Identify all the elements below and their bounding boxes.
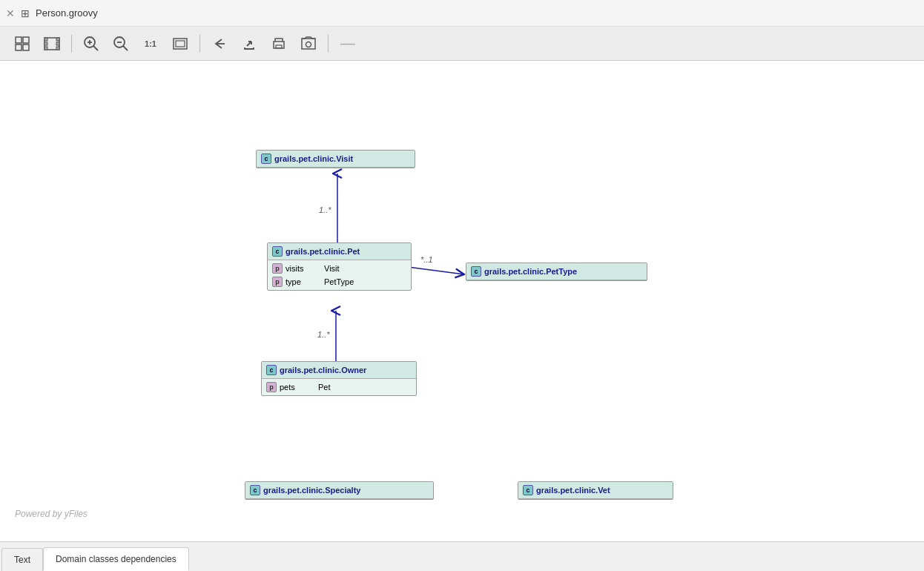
- fit-window-button[interactable]: [167, 32, 194, 56]
- prop-badge-visits: p: [272, 263, 283, 274]
- node-pet[interactable]: c grails.pet.clinic.Pet p visits Visit p…: [267, 242, 412, 291]
- node-specialty-header: c grails.pet.clinic.Specialty: [245, 482, 433, 499]
- back-button[interactable]: [206, 32, 233, 56]
- node-owner-header: c grails.pet.clinic.Owner: [262, 362, 416, 379]
- title-bar: ✕ ⊞ Person.groovy: [0, 0, 924, 27]
- node-pettype-label: grails.pet.clinic.PetType: [484, 267, 577, 276]
- class-badge-visit: c: [261, 154, 271, 164]
- node-visit-header: c grails.pet.clinic.Visit: [257, 151, 415, 168]
- node-visit[interactable]: c grails.pet.clinic.Visit: [256, 150, 415, 168]
- prop-pets-name: pets: [280, 383, 309, 392]
- svg-text:1..*: 1..*: [319, 205, 331, 214]
- bottom-tabs: Text Domain classes dependencies: [0, 541, 924, 571]
- svg-line-14: [93, 46, 98, 50]
- prop-pets-type: Pet: [318, 383, 331, 392]
- node-pet-row-visits: p visits Visit: [268, 262, 411, 275]
- prop-type-type: PetType: [324, 277, 354, 286]
- svg-rect-22: [276, 45, 282, 48]
- node-pettype-header: c grails.pet.clinic.PetType: [466, 263, 647, 280]
- separator-3: [328, 35, 329, 53]
- zoom-out-button[interactable]: [108, 32, 134, 56]
- toolbar: 1:1 —: [0, 27, 924, 61]
- svg-rect-9: [56, 42, 59, 45]
- node-vet[interactable]: c grails.pet.clinic.Vet: [518, 481, 673, 500]
- export-button[interactable]: [236, 32, 263, 56]
- node-vet-label: grails.pet.clinic.Vet: [536, 486, 610, 495]
- node-pet-label: grails.pet.clinic.Pet: [286, 247, 360, 256]
- node-owner-label: grails.pet.clinic.Owner: [280, 366, 366, 374]
- svg-line-17: [123, 46, 128, 50]
- svg-rect-2: [16, 44, 22, 50]
- diagram-svg: 1..* 1..* *..1: [0, 61, 924, 541]
- node-pet-row-type: p type PetType: [268, 275, 411, 288]
- grid-icon: ⊞: [21, 7, 30, 19]
- separator-1: [71, 35, 72, 53]
- class-badge-specialty: c: [250, 485, 260, 495]
- svg-text:*..1: *..1: [420, 255, 433, 264]
- svg-rect-8: [56, 38, 59, 41]
- screenshot-button[interactable]: [295, 32, 322, 56]
- prop-badge-type: p: [272, 277, 283, 287]
- watermark: Powered by yFiles: [15, 509, 88, 519]
- node-pet-header: c grails.pet.clinic.Pet: [268, 243, 411, 260]
- separator-2: [199, 35, 200, 53]
- svg-rect-6: [44, 42, 47, 45]
- prop-visits-type: Visit: [324, 264, 340, 273]
- node-pet-body: p visits Visit p type PetType: [268, 260, 411, 290]
- svg-rect-19: [176, 41, 185, 47]
- svg-line-29: [408, 267, 464, 274]
- close-button[interactable]: ✕: [6, 7, 15, 19]
- class-badge-pettype: c: [471, 266, 481, 277]
- node-owner-row-pets: p pets Pet: [262, 380, 416, 394]
- prop-visits-name: visits: [286, 264, 315, 273]
- fit-1to1-button[interactable]: 1:1: [137, 32, 164, 56]
- svg-rect-0: [16, 37, 22, 43]
- filmstrip-button[interactable]: [39, 32, 65, 56]
- prop-badge-pets: p: [266, 382, 277, 392]
- class-badge-vet: c: [523, 485, 533, 495]
- svg-rect-7: [44, 47, 47, 50]
- node-owner-body: p pets Pet: [262, 379, 416, 395]
- svg-rect-3: [23, 44, 29, 50]
- class-badge-owner: c: [266, 365, 277, 375]
- svg-rect-5: [44, 38, 47, 41]
- tab-text[interactable]: Text: [1, 548, 43, 571]
- node-vet-header: c grails.pet.clinic.Vet: [518, 482, 673, 499]
- print-button[interactable]: [265, 32, 292, 56]
- file-title: Person.groovy: [36, 7, 98, 19]
- svg-text:1..*: 1..*: [317, 330, 330, 339]
- canvas-area: 1..* 1..* *..1 c grails.pet.clinic.Visit…: [0, 61, 924, 541]
- node-visit-label: grails.pet.clinic.Visit: [274, 154, 353, 163]
- svg-rect-10: [56, 47, 59, 50]
- zoom-in-button[interactable]: [78, 32, 105, 56]
- grid-view-button[interactable]: [9, 32, 36, 56]
- node-specialty-label: grails.pet.clinic.Specialty: [263, 486, 360, 495]
- prop-type-name: type: [286, 277, 315, 286]
- node-specialty[interactable]: c grails.pet.clinic.Specialty: [245, 481, 434, 500]
- minus-button[interactable]: —: [334, 32, 361, 56]
- node-owner[interactable]: c grails.pet.clinic.Owner p pets Pet: [261, 361, 417, 396]
- class-badge-pet: c: [272, 246, 283, 257]
- tab-domain-classes[interactable]: Domain classes dependencies: [43, 547, 189, 571]
- svg-point-24: [306, 42, 311, 47]
- node-pettype[interactable]: c grails.pet.clinic.PetType: [466, 263, 647, 281]
- svg-rect-1: [23, 37, 29, 43]
